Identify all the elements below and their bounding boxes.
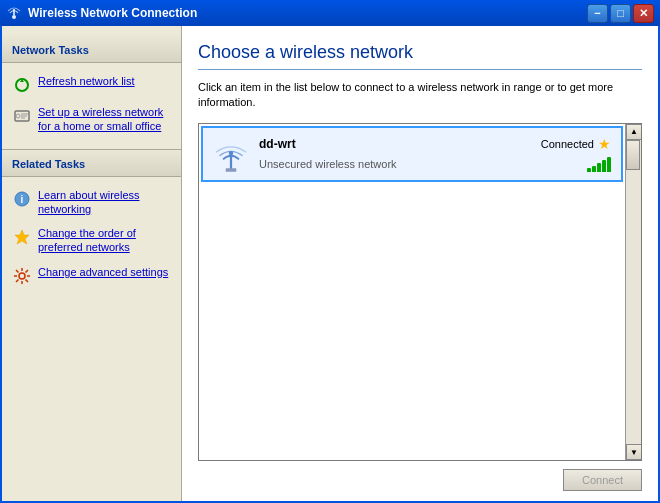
network-antenna-icon xyxy=(213,136,249,172)
learn-label: Learn about wireless networking xyxy=(38,188,171,217)
network-status: Connected xyxy=(541,138,594,150)
network-name-row: dd-wrt Connected ★ xyxy=(259,136,611,152)
svg-rect-9 xyxy=(226,168,237,172)
sidebar: Network Tasks Refresh network list Set u… xyxy=(2,26,182,501)
maximize-button[interactable]: □ xyxy=(610,4,631,23)
bottom-bar: Connect xyxy=(198,461,642,491)
scrollbar-track[interactable]: ▲ ▼ xyxy=(625,124,641,460)
title-bar: Wireless Network Connection − □ ✕ xyxy=(0,0,660,26)
sidebar-item-learn[interactable]: i Learn about wireless networking xyxy=(2,183,181,222)
advanced-label: Change advanced settings xyxy=(38,265,168,279)
scroll-up-button[interactable]: ▲ xyxy=(626,124,642,140)
sidebar-item-advanced[interactable]: Change advanced settings xyxy=(2,260,181,291)
page-description: Click an item in the list below to conne… xyxy=(198,80,642,111)
window-icon xyxy=(6,5,22,21)
minimize-button[interactable]: − xyxy=(587,4,608,23)
svg-point-3 xyxy=(16,114,20,118)
signal-bar-4 xyxy=(602,160,606,172)
scroll-thumb[interactable] xyxy=(626,140,640,170)
sidebar-item-refresh[interactable]: Refresh network list xyxy=(2,69,181,100)
network-list[interactable]: dd-wrt Connected ★ Unsecured wireless ne… xyxy=(199,124,625,460)
connect-button[interactable]: Connect xyxy=(563,469,642,491)
refresh-icon xyxy=(12,75,32,95)
settings-icon xyxy=(12,266,32,286)
window-title: Wireless Network Connection xyxy=(28,6,587,20)
svg-point-7 xyxy=(19,273,25,279)
network-status-area: Connected ★ xyxy=(541,136,611,152)
network-tasks-header: Network Tasks xyxy=(2,36,181,63)
main-container: Network Tasks Refresh network list Set u… xyxy=(0,26,660,503)
scroll-thumb-area xyxy=(626,140,641,444)
svg-marker-6 xyxy=(15,230,29,244)
signal-bar-1 xyxy=(587,168,591,172)
network-name: dd-wrt xyxy=(259,137,296,151)
signal-strength-bars xyxy=(587,156,611,172)
window-controls: − □ ✕ xyxy=(587,4,654,23)
setup-icon xyxy=(12,106,32,126)
close-button[interactable]: ✕ xyxy=(633,4,654,23)
sidebar-item-setup[interactable]: Set up a wireless network for a home or … xyxy=(2,100,181,139)
svg-point-10 xyxy=(229,151,233,155)
svg-point-0 xyxy=(12,15,16,19)
star-icon xyxy=(12,227,32,247)
refresh-label: Refresh network list xyxy=(38,74,135,88)
signal-bar-2 xyxy=(592,166,596,172)
network-security: Unsecured wireless network xyxy=(259,158,397,170)
scroll-down-button[interactable]: ▼ xyxy=(626,444,642,460)
related-tasks-header: Related Tasks xyxy=(2,149,181,177)
change-order-label: Change the order of preferred networks xyxy=(38,226,171,255)
network-info: dd-wrt Connected ★ Unsecured wireless ne… xyxy=(259,136,611,172)
content-area: Choose a wireless network Click an item … xyxy=(182,26,658,501)
setup-label: Set up a wireless network for a home or … xyxy=(38,105,171,134)
svg-text:i: i xyxy=(21,194,24,205)
signal-bar-5 xyxy=(607,157,611,172)
preferred-star-icon: ★ xyxy=(598,136,611,152)
info-icon: i xyxy=(12,189,32,209)
sidebar-item-change-order[interactable]: Change the order of preferred networks xyxy=(2,221,181,260)
signal-bar-3 xyxy=(597,163,601,172)
network-item[interactable]: dd-wrt Connected ★ Unsecured wireless ne… xyxy=(201,126,623,182)
network-list-container: dd-wrt Connected ★ Unsecured wireless ne… xyxy=(198,123,642,461)
page-title: Choose a wireless network xyxy=(198,42,642,70)
